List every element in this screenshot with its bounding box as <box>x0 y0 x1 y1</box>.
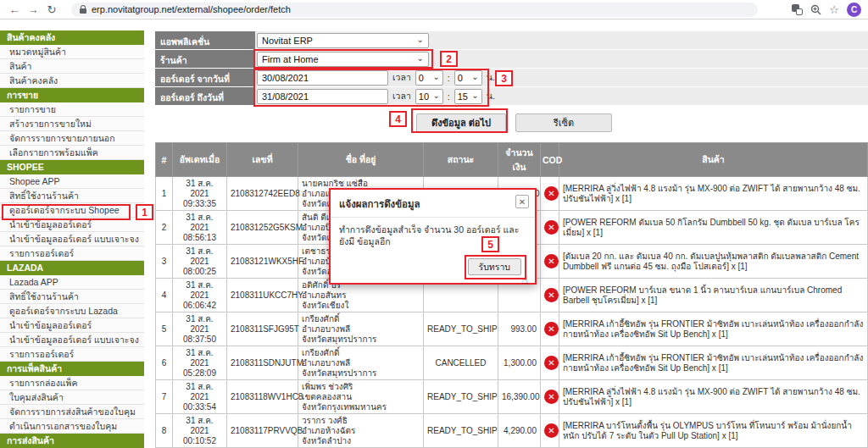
reset-button[interactable]: รีเซ็ต <box>515 113 612 132</box>
modal-close-icon[interactable]: ✕ <box>515 195 529 208</box>
sidebar-item[interactable]: รายการออร์เดอร์ <box>0 246 144 261</box>
sidebar-item[interactable]: หมวดหมู่สินค้า <box>0 45 144 59</box>
from-hour-select[interactable]: 0 ⌄ <box>415 70 443 86</box>
sidebar-item[interactable]: จัดการรายการขายภายนอก <box>0 131 144 146</box>
sidebar-item[interactable]: นำเข้าข้อมูลออร์เดอร์ <box>0 218 144 232</box>
from-minute-select[interactable]: 0 ⌄ <box>454 70 482 86</box>
order-amount: 993.00 <box>498 312 541 346</box>
sidebar-item[interactable]: Lazada APP <box>0 275 144 290</box>
order-row: 631 ส.ค. 202105:28:092108311SDNJUTMเกรีย… <box>156 346 868 380</box>
column-header: อัพเดทเมื่อ <box>173 143 227 177</box>
order-status: CANCELLED <box>424 346 498 380</box>
cod-cross-icon: ✕ <box>544 254 559 268</box>
shop-select-value: Firm at Home <box>262 54 319 64</box>
row-index: 2 <box>156 211 173 245</box>
from-date-input[interactable] <box>257 70 388 86</box>
sidebar-item[interactable]: นำเข้าข้อมูลออร์เดอร์ แบบเจาะจง <box>0 333 144 347</box>
page-url: erp.novitatgroup.net/external/shopee/ord… <box>92 4 291 14</box>
browser-chrome: ← → ↻ erp.novitatgroup.net/external/shop… <box>0 0 868 19</box>
form-row-to-date: ออร์เดอร์ ถึงวันที่ เวลา 10 ⌄ : 15 ⌄ น. <box>155 87 868 106</box>
sidebar-item[interactable]: สิทธิ์ใช้งานร้านค้า <box>0 290 144 304</box>
fetch-result-modal: แจ้งผลการดึงข้อมูล ✕ ทำการดึงข้อมูลสำเร็… <box>329 188 537 285</box>
translate-icon[interactable] <box>792 4 803 15</box>
from-date-label: ออร์เดอร์ จากวันที่ <box>155 69 255 86</box>
order-number: 2108311SFJG95T <box>227 312 298 346</box>
sidebar-item[interactable]: สร้างรายการขายใหม่ <box>0 117 144 131</box>
cod-cell: ✕ <box>541 245 559 279</box>
sidebar-section-header: การส่งสินค้า <box>0 434 144 448</box>
shop-select[interactable]: Firm at Home ⌄ <box>257 52 429 67</box>
sidebar-item[interactable]: นำเข้าข้อมูลออร์เดอร์ แบบเจาะจง <box>0 232 144 246</box>
sidebar-item-shopee-fetch-orders[interactable]: ดูออร์เดอร์จากระบบ Shopee <box>0 203 144 218</box>
cod-cell: ✕ <box>541 211 559 245</box>
shop-label: ร้านค้า <box>155 50 255 68</box>
to-date-input[interactable] <box>257 89 388 104</box>
sidebar-item[interactable]: สิทธิ์ใช้งานร้านค้า <box>0 189 144 203</box>
column-header: # <box>156 143 173 177</box>
profile-avatar[interactable]: C <box>847 3 861 17</box>
updated-at: 31 ส.ค. 202100:10:52 <box>173 414 227 448</box>
order-number: 2108312742EED8 <box>227 177 298 211</box>
browser-forward-icon[interactable]: → <box>24 3 42 16</box>
updated-at: 31 ส.ค. 202108:56:13 <box>173 211 227 245</box>
acknowledge-button[interactable]: รับทราบ <box>468 258 521 275</box>
application-label: แอพพลิเคชั่น <box>155 31 255 49</box>
chevron-down-icon: ⌄ <box>471 91 478 100</box>
updated-at: 31 ส.ค. 202105:28:09 <box>173 346 227 380</box>
sidebar-item[interactable]: ใบคุมส่งสินค้า <box>0 390 144 405</box>
updated-at: 31 ส.ค. 202108:00:25 <box>173 245 227 279</box>
form-row-shop: ร้านค้า Firm at Home ⌄ <box>155 50 868 69</box>
product-description: [MERRIRA เก้าอี้ซิทอัพ รุ่น FRONTIER ม้า… <box>559 346 868 380</box>
to-date-label: ออร์เดอร์ ถึงวันที่ <box>155 87 255 105</box>
application-select[interactable]: Novitat ERP ⌄ <box>257 33 429 48</box>
product-description: [MERRIRA บาร์โหนตั้งพื้น รุ่น OLYMPUS บา… <box>559 414 868 448</box>
sidebar-item[interactable]: รายการขาย <box>0 102 144 117</box>
form-buttons-row: ดึงข้อมูล ต่อไป รีเซ็ต <box>155 110 868 137</box>
to-minute-select[interactable]: 15 ⌄ <box>454 89 482 104</box>
name-address: วรากร วงศ์ธิอำเภอห้างฉัตรจังหวัดลำปาง <box>298 414 424 448</box>
order-number: 210831252G5KSM <box>227 211 298 245</box>
bookmark-star-icon[interactable]: ☆ <box>829 4 839 15</box>
sidebar-section-header: LAZADA <box>0 261 144 275</box>
from-hour-value: 0 <box>419 73 424 83</box>
to-hour-value: 10 <box>419 91 429 102</box>
order-row: 731 ส.ค. 202100:33:5421083118WV1HC8เพิ่ม… <box>156 380 868 414</box>
lock-icon <box>80 8 86 14</box>
sidebar-item[interactable]: ดำเนินการเอกสารของใบคุม <box>0 419 144 434</box>
sidebar-item[interactable]: รายการกล่องแพ็ค <box>0 376 144 390</box>
browser-reload-icon[interactable]: ↻ <box>42 3 61 16</box>
cod-cross-icon: ✕ <box>544 423 559 438</box>
sidebar-section-header: สินค้าคงคลัง <box>0 30 144 45</box>
time-label: เวลา <box>392 89 411 103</box>
order-row: 531 ส.ค. 202108:37:502108311SFJG95Tเกรีย… <box>156 312 868 346</box>
address-bar[interactable]: erp.novitatgroup.net/external/shopee/ord… <box>71 3 758 17</box>
product-description: [POWER REFORM ดัมเบล 50 กิโลกรัม Dumbbel… <box>559 211 868 245</box>
sidebar-item[interactable]: ดูออร์เดอร์จากระบบ Lazada <box>0 304 144 318</box>
browser-back-icon[interactable]: ← <box>5 3 24 16</box>
sidebar-section-header: การขาย <box>0 88 144 102</box>
sidebar-item[interactable]: Shopee APP <box>0 174 144 189</box>
cod-cell: ✕ <box>541 279 559 312</box>
to-minute-value: 15 <box>458 91 468 102</box>
updated-at: 31 ส.ค. 202108:37:50 <box>173 312 227 346</box>
fetch-data-button[interactable]: ดึงข้อมูล ต่อไป <box>416 113 506 132</box>
order-row: 831 ส.ค. 202100:10:5221083117PRVVQBวรากร… <box>156 414 868 448</box>
sidebar-item[interactable]: สินค้าคงคลัง <box>0 74 144 88</box>
row-index: 5 <box>156 312 173 346</box>
form-row-application: แอพพลิเคชั่น Novitat ERP ⌄ <box>155 31 868 50</box>
zoom-icon[interactable] <box>810 4 821 15</box>
cod-cell: ✕ <box>541 177 559 211</box>
from-minute-value: 0 <box>458 73 463 83</box>
sidebar-item[interactable]: นำเข้าข้อมูลออร์เดอร์ <box>0 318 144 333</box>
modal-message: ทำการดึงข้อมูลสำเร็จ จำนวน 30 ออร์เดอร์ … <box>331 218 535 253</box>
name-address: เกรียงศักดิ์อำเภอบางพลีจังหวัดสมุทรปรากา… <box>298 312 424 346</box>
product-description: [POWER REFORM บาร์เบล ขนาด 1 นิ้ว คานบาร… <box>559 279 868 312</box>
sidebar-item[interactable]: เลือกรายการพร้อมแพ็ค <box>0 146 144 160</box>
sidebar-item[interactable]: สินค้า <box>0 59 144 74</box>
name-address: เกรียงศักดิ์อำเภอบางพลีจังหวัดสมุทรปรากา… <box>298 346 424 380</box>
sidebar-item[interactable]: จัดการรายการส่งสินค้าของใบคุม <box>0 405 144 419</box>
sidebar-item[interactable]: รายการออร์เดอร์ <box>0 347 144 362</box>
order-status: READY_TO_SHIP <box>424 312 498 346</box>
to-hour-select[interactable]: 10 ⌄ <box>415 89 443 104</box>
name-address: เพิ่มพร ช่วงศิริเขตคลองสานจังหวัดกรุงเทพ… <box>298 380 424 414</box>
